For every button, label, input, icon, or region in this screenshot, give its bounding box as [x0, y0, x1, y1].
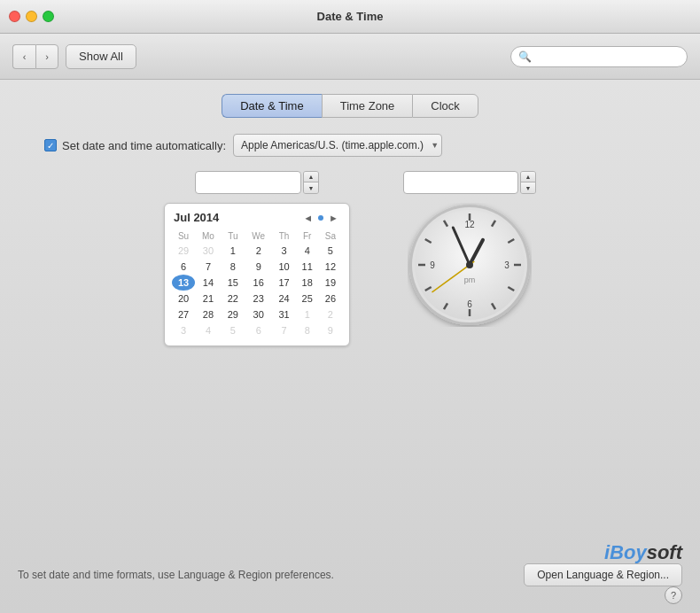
day-header-tu: Tu: [222, 229, 245, 243]
calendar-day[interactable]: 5: [222, 322, 245, 338]
date-increment-button[interactable]: ▲: [304, 172, 318, 182]
calendar-next-button[interactable]: ►: [327, 213, 340, 223]
calendar-day[interactable]: 4: [195, 322, 222, 338]
chevron-down-icon: ▼: [431, 141, 439, 150]
calendar-day[interactable]: 3: [172, 322, 195, 338]
analog-clock: 12 3 6 9 pm: [408, 203, 532, 327]
date-input[interactable]: 13/07/2014: [195, 171, 301, 194]
calendar-day[interactable]: 5: [319, 243, 342, 259]
calendar-day[interactable]: 20: [172, 291, 195, 306]
nav-forward-button[interactable]: ›: [35, 44, 58, 69]
calendar-day[interactable]: 11: [296, 259, 319, 275]
time-decrement-button[interactable]: ▼: [521, 182, 535, 193]
calendar-week-row: 3456789: [172, 322, 342, 338]
calendar-day[interactable]: 19: [319, 275, 342, 291]
calendar-day[interactable]: 29: [172, 243, 195, 259]
calendar-day[interactable]: 1: [296, 306, 319, 322]
calendar-header-row: Su Mo Tu We Th Fr Sa: [172, 229, 342, 243]
auto-time-checkbox[interactable]: ✓: [44, 139, 57, 151]
calendar-day[interactable]: 8: [222, 259, 245, 275]
watermark-dark: soft: [647, 541, 682, 563]
auto-time-label: Set date and time automatically:: [62, 139, 226, 152]
calendar-day[interactable]: 3: [273, 243, 296, 259]
time-increment-button[interactable]: ▲: [521, 172, 535, 182]
calendar-day[interactable]: 15: [222, 275, 245, 291]
close-button[interactable]: [9, 11, 20, 22]
time-input[interactable]: 12:56:39 pm: [403, 171, 518, 194]
calendar: Jul 2014 ◄ ► Su Mo Tu We Th: [164, 203, 350, 346]
time-stepper: ▲ ▼: [520, 171, 536, 194]
calendar-day[interactable]: 29: [222, 306, 245, 322]
day-header-su: Su: [172, 229, 195, 243]
svg-text:6: 6: [467, 299, 472, 309]
calendar-today-dot[interactable]: [318, 215, 323, 221]
calendar-day[interactable]: 4: [296, 243, 319, 259]
nav-buttons: ‹ ›: [12, 44, 58, 69]
calendar-day[interactable]: 28: [195, 306, 222, 322]
calendar-day[interactable]: 24: [273, 291, 296, 306]
calendar-day[interactable]: 10: [273, 259, 296, 275]
server-dropdown[interactable]: Apple Americas/U.S. (time.apple.com.): [233, 134, 442, 157]
minimize-button[interactable]: [26, 11, 37, 22]
calendar-day[interactable]: 21: [195, 291, 222, 306]
calendar-day[interactable]: 2: [319, 306, 342, 322]
calendar-body: 2930123456789101112131415161718192021222…: [172, 243, 342, 338]
calendar-day[interactable]: 7: [273, 322, 296, 338]
calendar-day[interactable]: 30: [195, 243, 222, 259]
calendar-day[interactable]: 23: [245, 291, 273, 306]
calendar-day[interactable]: 30: [245, 306, 273, 322]
calendar-week-row: 20212223242526: [172, 291, 342, 306]
day-header-th: Th: [273, 229, 296, 243]
svg-text:3: 3: [504, 260, 509, 270]
window-title: Date & Time: [317, 10, 384, 23]
calendar-day[interactable]: 27: [172, 306, 195, 322]
date-section: 13/07/2014 ▲ ▼ Jul 2014 ◄ ►: [164, 171, 350, 346]
title-bar: Date & Time: [0, 0, 700, 34]
calendar-day[interactable]: 9: [319, 322, 342, 338]
bottom-bar: To set date and time formats, use Langua…: [18, 563, 682, 586]
toolbar: ‹ › Show All 🔍: [0, 34, 700, 80]
help-icon: ?: [671, 590, 676, 601]
calendar-day[interactable]: 1: [222, 243, 245, 259]
server-dropdown-wrap: Apple Americas/U.S. (time.apple.com.) ▼: [233, 134, 442, 157]
calendar-day[interactable]: 14: [195, 275, 222, 291]
calendar-day[interactable]: 6: [172, 259, 195, 275]
calendar-day[interactable]: 31: [273, 306, 296, 322]
svg-text:12: 12: [464, 220, 475, 229]
calendar-clock-row: 13/07/2014 ▲ ▼ Jul 2014 ◄ ►: [164, 171, 536, 346]
calendar-day[interactable]: 6: [245, 322, 273, 338]
calendar-day[interactable]: 16: [245, 275, 273, 291]
calendar-header: Jul 2014 ◄ ►: [172, 211, 342, 224]
main-content: Date & Time Time Zone Clock ✓ Set date a…: [0, 80, 700, 613]
traffic-lights: [9, 11, 54, 22]
calendar-day[interactable]: 22: [222, 291, 245, 306]
search-input[interactable]: [535, 50, 680, 63]
watermark-colored: iBoy: [604, 541, 647, 563]
calendar-day[interactable]: 18: [296, 275, 319, 291]
calendar-day[interactable]: 9: [245, 259, 273, 275]
tab-clock[interactable]: Clock: [412, 94, 478, 118]
calendar-day[interactable]: 7: [195, 259, 222, 275]
tab-time-zone[interactable]: Time Zone: [322, 94, 413, 118]
date-stepper: ▲ ▼: [303, 171, 319, 194]
calendar-day[interactable]: 17: [273, 275, 296, 291]
maximize-button[interactable]: [43, 11, 54, 22]
show-all-button[interactable]: Show All: [66, 44, 136, 69]
calendar-day[interactable]: 26: [319, 291, 342, 306]
search-icon: 🔍: [518, 50, 532, 63]
date-decrement-button[interactable]: ▼: [304, 182, 318, 193]
calendar-nav: ◄ ►: [301, 213, 340, 223]
svg-text:9: 9: [430, 260, 435, 270]
calendar-day[interactable]: 25: [296, 291, 319, 306]
help-button[interactable]: ?: [665, 586, 682, 604]
calendar-prev-button[interactable]: ◄: [301, 213, 315, 223]
watermark: iBoysoft: [604, 541, 682, 564]
search-box[interactable]: 🔍: [510, 46, 688, 67]
tab-date-time[interactable]: Date & Time: [222, 94, 322, 118]
calendar-day[interactable]: 13: [172, 275, 195, 291]
open-language-region-button[interactable]: Open Language & Region...: [524, 563, 682, 586]
calendar-day[interactable]: 12: [319, 259, 342, 275]
nav-back-button[interactable]: ‹: [12, 44, 35, 69]
calendar-day[interactable]: 8: [296, 322, 319, 338]
calendar-day[interactable]: 2: [245, 243, 273, 259]
